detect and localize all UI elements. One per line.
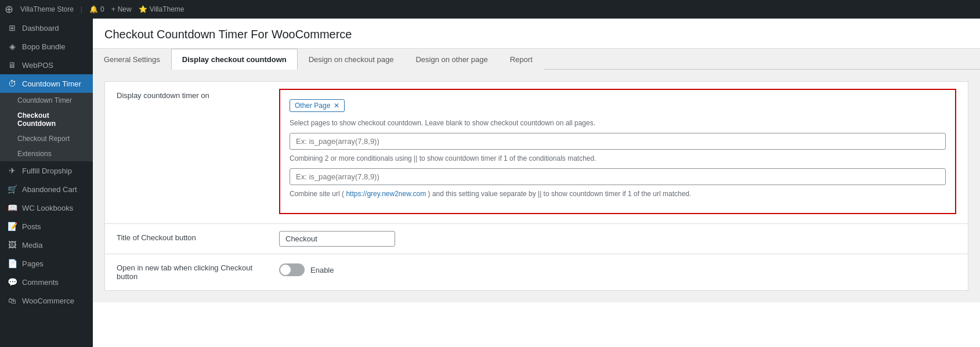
sidebar-label-posts: Posts — [22, 222, 41, 231]
sidebar-item-comments[interactable]: 💬 Comments — [0, 273, 93, 291]
sidebar-item-pages[interactable]: 📄 Pages — [0, 254, 93, 273]
sidebar-item-fulfill-dropship[interactable]: ✈ Fulfill Dropship — [0, 161, 93, 180]
new-tab-toggle[interactable] — [279, 263, 305, 276]
display-countdown-control: Other Page ✕ Select pages to show checko… — [267, 82, 968, 223]
sidebar-label-comments: Comments — [22, 278, 59, 287]
content-area: Checkout Countdown Timer For WooCommerce… — [93, 19, 980, 347]
wp-logo-icon: ⊕ — [5, 3, 13, 16]
sidebar-label-lookbooks: WC Lookbooks — [22, 204, 73, 212]
sidebar-label-extensions: Extensions — [17, 150, 52, 158]
sidebar-item-checkout-report[interactable]: Checkout Report — [0, 131, 93, 146]
tab-report[interactable]: Report — [499, 49, 544, 70]
display-countdown-label: Display countdown timer on — [105, 82, 267, 109]
sidebar-label-countdown-timer-sub: Countdown Timer — [17, 96, 72, 104]
comments-icon: 💬 — [7, 277, 17, 287]
settings-row-checkout-title: Title of Checkout button — [104, 224, 968, 254]
sidebar-label-webpos: WebPOS — [22, 61, 53, 70]
page-title: Checkout Countdown Timer For WooCommerce — [93, 19, 980, 49]
sidebar-item-extensions[interactable]: Extensions — [0, 146, 93, 161]
sidebar-item-abandoned-cart[interactable]: 🛒 Abandoned Cart — [0, 180, 93, 198]
posts-icon: 📝 — [7, 222, 17, 231]
admin-bar: ⊕ VillaTheme Store | 🔔 0 + New ⭐ VillaTh… — [0, 0, 980, 19]
pages-icon: 📄 — [7, 259, 17, 268]
other-page-tag: Other Page ✕ — [290, 99, 345, 112]
dashboard-icon: ⊞ — [7, 23, 17, 32]
fulfill-icon: ✈ — [7, 166, 17, 175]
webpos-icon: 🖥 — [7, 60, 17, 70]
conditional-input-1[interactable] — [290, 133, 946, 150]
media-icon: 🖼 — [7, 240, 17, 250]
form-content: Display countdown timer on Other Page ✕ … — [93, 70, 980, 302]
sidebar-item-wc-lookbooks[interactable]: 📖 WC Lookbooks — [0, 198, 93, 217]
sidebar-item-media[interactable]: 🖼 Media — [0, 236, 93, 254]
site-url-link[interactable]: https://grey.new2new.com — [346, 190, 426, 198]
admin-bar-notifications[interactable]: 🔔 0 — [89, 5, 104, 13]
star-icon: ⭐ — [139, 5, 147, 13]
sidebar-label-checkout-countdown: Checkout Countdown — [17, 111, 86, 128]
settings-row-display-countdown: Display countdown timer on Other Page ✕ … — [104, 81, 968, 224]
bell-icon: 🔔 — [89, 5, 98, 13]
sidebar-label-bopo: Bopo Bundle — [22, 42, 65, 51]
admin-bar-site[interactable]: VillaTheme Store — [20, 5, 74, 13]
helper-text-1: Select pages to show checkout countdown.… — [290, 118, 946, 128]
admin-bar-new[interactable]: + New — [111, 5, 132, 13]
sidebar-item-posts[interactable]: 📝 Posts — [0, 217, 93, 236]
new-tab-label: Open in new tab when clicking Checkout b… — [105, 254, 267, 290]
toggle-label: Enable — [310, 266, 334, 274]
sidebar-item-webpos[interactable]: 🖥 WebPOS — [0, 56, 93, 74]
sidebar-label-countdown-timer: Countdown Timer — [22, 79, 81, 88]
new-tab-control: Enable — [267, 254, 968, 285]
woocommerce-icon: 🛍 — [7, 296, 17, 305]
plus-icon: + — [111, 5, 115, 13]
sidebar-item-countdown-timer[interactable]: ⏱ Countdown Timer — [0, 74, 93, 93]
sidebar-label-media: Media — [22, 241, 42, 250]
sidebar-label-checkout-report: Checkout Report — [17, 135, 70, 143]
tab-general-settings[interactable]: General Settings — [93, 49, 171, 70]
sidebar-submenu-countdown: Countdown Timer Checkout Countdown Check… — [0, 93, 93, 161]
checkout-title-label: Title of Checkout button — [105, 224, 267, 251]
sidebar-label-dashboard: Dashboard — [22, 24, 59, 32]
sidebar-label-woocommerce: WooCommerce — [22, 297, 74, 305]
settings-row-new-tab: Open in new tab when clicking Checkout b… — [104, 254, 968, 291]
sidebar-label-abandoned-cart: Abandoned Cart — [22, 185, 77, 194]
sidebar-item-checkout-countdown[interactable]: Checkout Countdown — [0, 108, 93, 131]
tab-display-checkout-countdown[interactable]: Display checkout countdown — [171, 49, 298, 70]
abandoned-cart-icon: 🛒 — [7, 185, 17, 194]
helper-text-3: Combine site url ( https://grey.new2new.… — [290, 189, 946, 199]
sidebar-item-woocommerce[interactable]: 🛍 WooCommerce — [0, 291, 93, 310]
conditional-input-2[interactable] — [290, 168, 946, 185]
sidebar-item-countdown-timer-sub[interactable]: Countdown Timer — [0, 93, 93, 108]
sidebar: ⊞ Dashboard ◈ Bopo Bundle 🖥 WebPOS ⏱ Cou… — [0, 19, 93, 347]
sidebar-label-fulfill: Fulfill Dropship — [22, 167, 72, 175]
countdown-timer-icon: ⏱ — [7, 79, 17, 88]
tab-design-on-checkout-page[interactable]: Design on checkout page — [298, 49, 405, 70]
helper-text-2: Combining 2 or more conditionals using |… — [290, 153, 946, 164]
bopo-icon: ◈ — [7, 42, 17, 51]
sidebar-label-pages: Pages — [22, 259, 44, 268]
checkout-title-control — [267, 224, 968, 254]
tab-design-on-other-page[interactable]: Design on other page — [404, 49, 498, 70]
admin-bar-brand[interactable]: ⭐ VillaTheme — [139, 5, 185, 13]
tag-label: Other Page — [295, 102, 330, 110]
red-border-section: Other Page ✕ Select pages to show checko… — [279, 89, 956, 214]
lookbooks-icon: 📖 — [7, 203, 17, 212]
sidebar-item-dashboard[interactable]: ⊞ Dashboard — [0, 19, 93, 37]
tabs-bar: General Settings Display checkout countd… — [93, 49, 980, 70]
site-name: VillaTheme Store — [20, 5, 74, 13]
toggle-wrap: Enable — [279, 261, 956, 279]
separator: | — [81, 5, 82, 13]
checkout-title-input[interactable] — [279, 231, 395, 247]
sidebar-item-bopo-bundle[interactable]: ◈ Bopo Bundle — [0, 37, 93, 56]
tag-remove-button[interactable]: ✕ — [334, 102, 339, 110]
